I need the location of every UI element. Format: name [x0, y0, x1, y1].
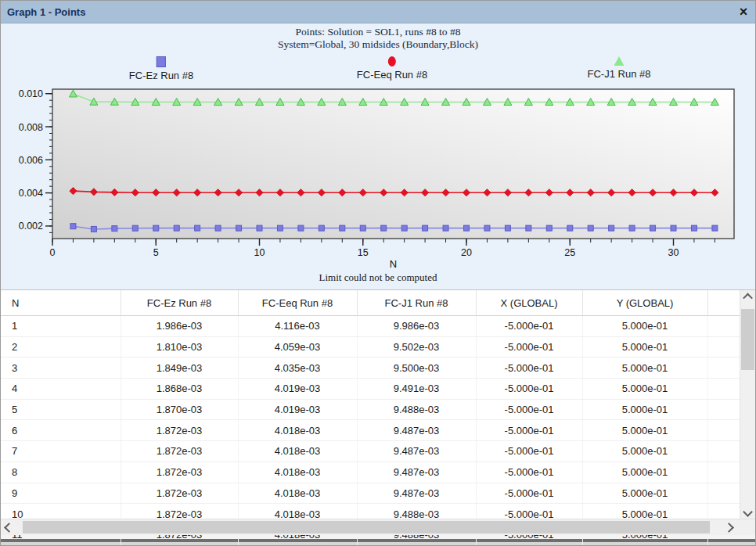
table-cell: 9.487e-03 — [357, 462, 476, 483]
table-cell: -5.000e-01 — [476, 336, 582, 357]
close-icon[interactable]: × — [732, 1, 755, 23]
scroll-down-button[interactable] — [740, 505, 755, 519]
graph-window: Graph 1 - Points × Points: Solution = SO… — [0, 0, 756, 546]
scrollbar-corner — [740, 519, 755, 535]
svg-text:0: 0 — [50, 247, 56, 258]
table-row[interactable]: 31.849e-034.035e-039.500e-03-5.000e-015.… — [1, 357, 740, 379]
table-cell: 9.491e-03 — [357, 379, 476, 400]
table-cell: 9.487e-03 — [357, 420, 476, 441]
scroll-up-button[interactable] — [740, 290, 755, 304]
svg-text:20: 20 — [461, 247, 472, 258]
table-row[interactable]: 71.872e-034.018e-039.487e-03-5.000e-015.… — [1, 441, 740, 462]
table-cell: 4.035e-03 — [238, 357, 357, 379]
table-row[interactable]: 51.870e-034.019e-039.488e-03-5.000e-015.… — [1, 399, 740, 420]
table-cell: -5.000e-01 — [476, 399, 582, 420]
chart-panel: Points: Solution = SOL1, runs #8 to #8 S… — [1, 23, 755, 289]
table-cell: -5.000e-01 — [476, 441, 582, 462]
svg-text:25: 25 — [564, 247, 575, 258]
table-cell: -5.000e-01 — [476, 316, 582, 337]
table-cell: 5.000e-01 — [582, 420, 707, 441]
titlebar[interactable]: Graph 1 - Points × — [1, 1, 755, 23]
column-header: X (GLOBAL) — [476, 290, 582, 316]
svg-text:0.008: 0.008 — [19, 122, 43, 133]
svg-text:30: 30 — [668, 247, 679, 258]
table-cell — [707, 399, 740, 420]
svg-text:0.004: 0.004 — [19, 188, 43, 199]
table-row[interactable]: 21.810e-034.059e-039.502e-03-5.000e-015.… — [1, 336, 740, 357]
table-cell — [707, 441, 740, 462]
scroll-right-button[interactable] — [722, 519, 736, 535]
table-cell: -5.000e-01 — [476, 357, 582, 379]
table-row[interactable]: 11.986e-034.116e-039.986e-03-5.000e-015.… — [1, 316, 740, 337]
table-cell: 4.019e-03 — [238, 399, 357, 420]
table-cell — [707, 336, 740, 357]
svg-text:15: 15 — [358, 247, 369, 258]
table-row[interactable]: 61.872e-034.018e-039.487e-03-5.000e-015.… — [1, 420, 740, 441]
table-cell: 5.000e-01 — [582, 483, 707, 504]
table-cell: 4.018e-03 — [238, 483, 357, 504]
table-cell: 4.018e-03 — [238, 462, 357, 483]
table-cell: -5.000e-01 — [476, 420, 582, 441]
table-cell: -5.000e-01 — [476, 483, 582, 504]
column-header — [707, 290, 740, 316]
table-cell: 1.870e-03 — [121, 399, 238, 420]
vertical-scrollbar[interactable] — [740, 290, 755, 519]
svg-text:5: 5 — [153, 247, 159, 258]
table-cell: 3 — [1, 357, 121, 379]
table-cell: 6 — [1, 420, 121, 441]
vertical-scroll-thumb[interactable] — [741, 309, 754, 370]
table-cell: 4.059e-03 — [238, 336, 357, 357]
table-cell: -5.000e-01 — [476, 462, 582, 483]
svg-text:0.006: 0.006 — [19, 155, 43, 166]
table-cell: 9.487e-03 — [357, 483, 476, 504]
table-cell: 9 — [1, 483, 121, 504]
chart-footnote: Limit could not be computed — [1, 271, 755, 284]
plot-area: 0.0020.0040.0060.0080.010051015202530 — [1, 23, 756, 289]
table-cell: 1.986e-03 — [121, 316, 238, 337]
table-header-row: NFC-Ez Run #8FC-Eeq Run #8FC-J1 Run #8X … — [1, 290, 740, 316]
x-axis-title: N — [52, 258, 734, 270]
column-header: FC-Ez Run #8 — [121, 290, 238, 316]
table-cell: 1.872e-03 — [121, 441, 238, 462]
svg-text:0.010: 0.010 — [19, 88, 43, 99]
table-cell: 4.116e-03 — [238, 316, 357, 337]
table-row[interactable]: 81.872e-034.018e-039.487e-03-5.000e-015.… — [1, 462, 740, 483]
table-cell: 5.000e-01 — [582, 441, 707, 462]
table-cell: -5.000e-01 — [476, 379, 582, 400]
scroll-left-button[interactable] — [2, 519, 16, 535]
table-cell: 5.000e-01 — [582, 316, 707, 337]
table-cell: 8 — [1, 462, 121, 483]
table-cell: 9.986e-03 — [357, 316, 476, 337]
table-cell — [707, 357, 740, 379]
chevron-left-icon — [4, 523, 14, 533]
data-table: NFC-Ez Run #8FC-Eeq Run #8FC-J1 Run #8X … — [1, 290, 740, 546]
table-cell: 7 — [1, 441, 121, 462]
table-cell: 4 — [1, 379, 121, 400]
table-cell: 1.872e-03 — [121, 462, 238, 483]
table-row[interactable]: 91.872e-034.018e-039.487e-03-5.000e-015.… — [1, 483, 740, 504]
chevron-right-icon — [724, 523, 734, 533]
table-cell: 4.019e-03 — [238, 379, 357, 400]
chevron-down-icon — [743, 507, 753, 517]
table-cell: 4.018e-03 — [238, 441, 357, 462]
column-header: FC-J1 Run #8 — [357, 290, 476, 316]
table-cell: 1.872e-03 — [121, 483, 238, 504]
horizontal-scrollbar[interactable] — [1, 519, 755, 535]
table-cell: 5.000e-01 — [582, 379, 707, 400]
horizontal-scroll-thumb[interactable] — [23, 521, 710, 533]
table-cell: 5 — [1, 399, 121, 420]
column-header: Y (GLOBAL) — [582, 290, 707, 316]
table-cell: 1.810e-03 — [121, 336, 238, 357]
table-cell: 5.000e-01 — [582, 462, 707, 483]
table-cell — [707, 420, 740, 441]
table-cell: 1.868e-03 — [121, 379, 238, 400]
table-row[interactable]: 41.868e-034.019e-039.491e-03-5.000e-015.… — [1, 379, 740, 400]
table-cell: 5.000e-01 — [582, 357, 707, 379]
table-cell: 9.502e-03 — [357, 336, 476, 357]
svg-text:10: 10 — [254, 247, 265, 258]
table-cell — [707, 316, 740, 337]
column-header: N — [1, 290, 121, 316]
table-cell — [707, 483, 740, 504]
table-cell: 5.000e-01 — [582, 399, 707, 420]
table-cell: 9.488e-03 — [357, 399, 476, 420]
